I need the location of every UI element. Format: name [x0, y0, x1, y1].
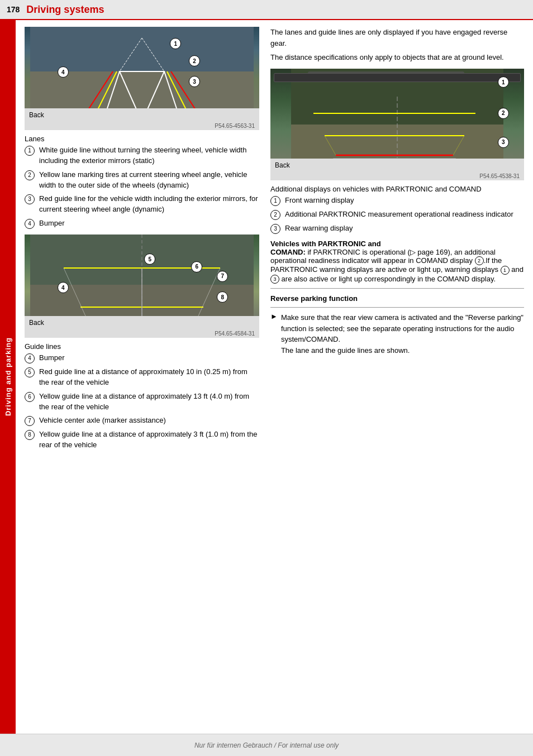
- camera-image-3: Please Check Entire Surroundings! 1 2 3 …: [270, 69, 524, 172]
- image-guide-lines: 4 5 6 7 8 Back P54.65-4584-31: [25, 235, 259, 338]
- intro-text-1: The lanes and guide lines are only displ…: [270, 27, 524, 49]
- additional-list: 1 Front warning display 2 Additional PAR…: [270, 195, 524, 234]
- list-text-4: Bumper: [39, 218, 259, 229]
- list-item: 4 Bumper: [25, 218, 259, 229]
- image-parktronic: Please Check Entire Surroundings! 1 2 3 …: [270, 69, 524, 180]
- list-item: 2 Yellow lane marking tires at current s…: [25, 170, 259, 191]
- num-3-img3: 3: [498, 137, 509, 148]
- list-num-2: 2: [25, 170, 35, 180]
- sidebar-label: Driving and parking: [4, 337, 12, 416]
- list-num-4: 4: [25, 219, 35, 229]
- list-num-gl-7: 7: [25, 416, 35, 426]
- list-num-gl-8: 8: [25, 430, 35, 440]
- intro-text-2: The distance specifications only apply t…: [270, 52, 524, 63]
- back-bar-1: Back: [25, 108, 259, 122]
- parktronic-svg: Please Check Entire Surroundings!: [270, 69, 524, 172]
- additional-text-1: Front warning display: [285, 195, 524, 206]
- list-item: 3 Rear warning display: [270, 223, 524, 234]
- guide-lines-list: 4 Bumper 5 Red guide line at a distance …: [25, 353, 259, 451]
- lanes-label: Lanes: [25, 135, 259, 143]
- img-code-1: P54.65-4563-31: [25, 122, 259, 130]
- reverse-heading: Reverse parking function: [270, 294, 524, 303]
- list-num-3: 3: [25, 194, 35, 204]
- parktronic-body-inline: if PARKTRONIC is operational (▷ page 169…: [270, 248, 524, 283]
- list-text-gl-8: Yellow guide line at a distance of appro…: [39, 429, 259, 451]
- num-1-img3: 1: [498, 76, 509, 88]
- right-column: The lanes and guide lines are only displ…: [270, 27, 524, 454]
- bullet-arrow: ►: [270, 312, 278, 320]
- list-item: 4 Bumper: [25, 353, 259, 363]
- footer: Nur für internen Gebrauch / For internal…: [0, 734, 533, 756]
- back-bar-2: Back: [25, 316, 259, 329]
- num-4-img2: 4: [58, 282, 69, 293]
- list-text-gl-7: Vehicle center axle (marker assistance): [39, 415, 259, 426]
- list-num-gl-6: 6: [25, 392, 35, 402]
- inline-num-1: 1: [501, 266, 510, 275]
- list-item: 5 Red guide line at a distance of approx…: [25, 367, 259, 388]
- num-6-img2: 6: [191, 261, 202, 272]
- inline-num-2: 2: [475, 256, 484, 265]
- front-warning-bar: [274, 73, 521, 82]
- camera-image-1: 1 2 3 4 Back: [25, 27, 259, 122]
- camera-image-2: 4 5 6 7 8 Back: [25, 235, 259, 329]
- back-label-3: Back: [275, 161, 290, 169]
- header-bar: 178 Driving systems: [0, 0, 533, 20]
- list-text-gl-4: Bumper: [39, 353, 259, 363]
- additional-num-1: 1: [270, 196, 280, 206]
- list-item: 1 White guide line without turning the s…: [25, 145, 259, 166]
- page-number: 178: [7, 5, 20, 14]
- list-num-1: 1: [25, 146, 35, 156]
- list-text-gl-6: Yellow guide line at a distance of appro…: [39, 391, 259, 413]
- additional-num-3: 3: [270, 224, 280, 234]
- img-code-2: P54.65-4584-31: [25, 329, 259, 338]
- list-item: 7 Vehicle center axle (marker assistance…: [25, 415, 259, 426]
- img-code-3: P54.65-4538-31: [270, 172, 524, 180]
- main-content: 1 2 3 4 Back P54.65-4563-31 Lanes 1 Whit…: [16, 20, 533, 461]
- parktronic-bars: [274, 73, 521, 82]
- back-bar-3: Back: [270, 159, 524, 172]
- additional-label: Additional displays on vehicles with PAR…: [270, 185, 524, 193]
- divider-2: [270, 307, 524, 308]
- guide-lines-label: Guide lines: [25, 342, 259, 351]
- parktronic-heading: Vehicles with PARKTRONIC and COMAND: if …: [270, 240, 524, 284]
- left-column: 1 2 3 4 Back P54.65-4563-31 Lanes 1 Whit…: [25, 27, 259, 454]
- guide-svg: [25, 235, 259, 329]
- list-text-gl-5: Red guide line at a distance of approxim…: [39, 367, 259, 388]
- page-title: Driving systems: [26, 4, 104, 16]
- list-text-1: White guide line without turning the ste…: [39, 145, 259, 166]
- additional-text-3: Rear warning display: [285, 223, 524, 234]
- image-lanes: 1 2 3 4 Back P54.65-4563-31: [25, 27, 259, 130]
- list-text-2: Yellow lane marking tires at current ste…: [39, 170, 259, 191]
- inline-num-3: 3: [270, 275, 279, 284]
- back-label-1: Back: [29, 111, 44, 119]
- list-item: 6 Yellow guide line at a distance of app…: [25, 391, 259, 413]
- reverse-bullet-item: ► Make sure that the rear view camera is…: [270, 312, 524, 356]
- list-num-gl-4: 4: [25, 353, 35, 363]
- additional-text-2: Additional PARKTRONIC measurement operat…: [285, 209, 524, 220]
- num-2-img3: 2: [498, 108, 509, 119]
- back-label-2: Back: [29, 319, 44, 327]
- list-item: 2 Additional PARKTRONIC measurement oper…: [270, 209, 524, 220]
- footer-text: Nur für internen Gebrauch / For internal…: [194, 741, 339, 749]
- list-item: 8 Yellow guide line at a distance of app…: [25, 429, 259, 451]
- num-7-img2: 7: [217, 271, 228, 282]
- additional-num-2: 2: [270, 210, 280, 220]
- divider: [270, 288, 524, 289]
- list-item: 1 Front warning display: [270, 195, 524, 206]
- list-item: 3 Red guide line for the vehicle width i…: [25, 194, 259, 215]
- list-num-gl-5: 5: [25, 367, 35, 377]
- sidebar: Driving and parking: [0, 20, 16, 734]
- lanes-list: 1 White guide line without turning the s…: [25, 145, 259, 229]
- num-2-img1: 2: [189, 55, 200, 66]
- reverse-bullet-text: Make sure that the rear view camera is a…: [281, 312, 524, 356]
- list-text-3: Red guide line for the vehicle width inc…: [39, 194, 259, 215]
